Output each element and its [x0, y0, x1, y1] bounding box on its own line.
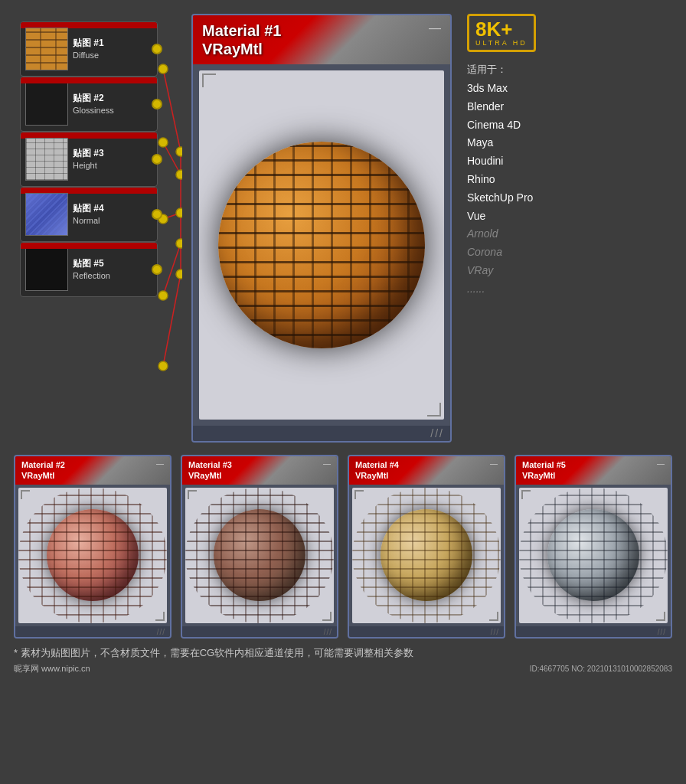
node-header-strip-5 — [21, 243, 157, 249]
node-graph-wrapper: 贴图 #1 Diffuse 贴图 #2 Glossiness — [14, 14, 182, 443]
mat-thumb-2: Material #2 VRayMtl — /// — [14, 455, 172, 639]
mat-minimize-5[interactable]: — — [657, 459, 665, 468]
mat-thumb-5: Material #5 VRayMtl — /// — [514, 455, 672, 639]
mat-minimize-4[interactable]: — — [490, 459, 498, 468]
node-normal[interactable]: 贴图 #4 Normal — [20, 187, 158, 242]
mat-minimize-3[interactable]: — — [323, 459, 331, 468]
mat-thumb-title-2: Material #2 VRayMtl — [21, 459, 65, 482]
thumb-footer-dots-4: /// — [491, 628, 499, 636]
mat-thumb-area-5 — [519, 488, 668, 623]
mat-thumb-footer-5: /// — [516, 626, 671, 637]
sphere-3 — [214, 509, 305, 601]
node-num-1: 贴图 #1 Diffuse — [73, 38, 157, 60]
compat-label: 适用于： — [467, 63, 577, 77]
mat-thumb-footer-2: /// — [15, 626, 170, 637]
mat-thumb-header-3: Material #3 VRayMtl — — [182, 456, 337, 485]
node-diffuse[interactable]: 贴图 #1 Diffuse — [20, 21, 158, 77]
mat-minimize-btn[interactable]: — — [429, 21, 441, 35]
compat-cinema4d: Cinema 4D — [467, 116, 577, 135]
mat-thumb-area-4 — [352, 488, 501, 623]
info-panel: 8K+ ULTRA HD 适用于： 3ds Max Blender Cinema… — [461, 14, 583, 443]
compat-more: ...... — [467, 280, 577, 299]
node-graph: 贴图 #1 Diffuse 贴图 #2 Glossiness — [14, 14, 182, 297]
mat-title-main: Material #1 VRayMtl — [202, 21, 281, 58]
mat-thumb-header-5: Material #5 VRayMtl — — [516, 456, 671, 485]
node-num-5: 贴图 #5 Reflection — [73, 258, 157, 281]
node-info-diffuse: 贴图 #1 Diffuse — [73, 38, 157, 60]
node-thumbnail-height — [25, 138, 68, 181]
node-connector-1[interactable] — [152, 44, 162, 54]
compat-vue: Vue — [467, 207, 577, 226]
footer-area: * 素材为贴图图片，不含材质文件，需要在CG软件内相应通道使用，可能需要调整相关… — [14, 646, 672, 675]
node-info-normal: 贴图 #4 Normal — [73, 203, 157, 226]
node-glossiness[interactable]: 贴图 #2 Glossiness — [20, 77, 158, 132]
compat-sketchup: SketchUp Pro — [467, 189, 577, 207]
thumb-footer-dots-3: /// — [324, 628, 332, 636]
mat-thumb-title-4: Material #4 VRayMtl — [355, 459, 399, 482]
node-thumbnail-reflection — [25, 248, 68, 291]
badge-resolution: 8K+ — [475, 19, 528, 39]
mat-thumb-header-2: Material #2 VRayMtl — — [15, 456, 170, 485]
brick-overlay-v — [218, 142, 425, 348]
sphere-2 — [47, 509, 139, 601]
node-info-reflection: 贴图 #5 Reflection — [73, 258, 157, 281]
mat-thumb-4: Material #4 VRayMtl — /// — [348, 455, 505, 639]
thumb-footer-dots-2: /// — [157, 628, 165, 636]
node-info-gloss: 贴图 #2 Glossiness — [73, 93, 157, 116]
compat-3dsmax: 3ds Max — [467, 80, 577, 98]
material-preview-main: Material #1 VRayMtl — /// — [191, 14, 452, 443]
watermark-id: ID:4667705 NO: 20210131010002852083 — [530, 665, 672, 673]
compat-vray: VRay — [467, 262, 577, 280]
mat-footer-dots: /// — [430, 427, 444, 439]
mat-thumb-footer-4: /// — [349, 626, 504, 637]
top-section: 贴图 #1 Diffuse 贴图 #2 Glossiness — [14, 14, 672, 443]
badge-8k: 8K+ ULTRA HD — [467, 14, 536, 52]
node-connector-3[interactable] — [152, 154, 162, 165]
sphere-4 — [381, 509, 472, 601]
mat-thumb-footer-3: /// — [182, 626, 337, 637]
mat-thumb-3: Material #3 VRayMtl — /// — [181, 455, 338, 639]
node-thumbnail-gloss — [25, 83, 68, 126]
mat-thumb-area-2 — [18, 488, 167, 623]
svg-point-10 — [158, 361, 168, 371]
node-connector-5[interactable] — [152, 264, 162, 275]
compat-corona: Corona — [467, 243, 577, 262]
node-thumbnail-diffuse — [25, 28, 68, 70]
compat-rhino: Rhino — [467, 171, 577, 189]
mat-thumb-area-3 — [185, 488, 334, 623]
node-thumbnail-normal — [25, 193, 68, 236]
mat-preview-area-main — [199, 70, 444, 420]
mat-minimize-2[interactable]: — — [156, 459, 164, 468]
main-container: 贴图 #1 Diffuse 贴图 #2 Glossiness — [0, 0, 686, 784]
node-num-3: 贴图 #3 Height — [73, 148, 157, 171]
node-header-strip-2 — [21, 77, 157, 83]
compat-blender: Blender — [467, 98, 577, 116]
watermark-bar: 昵享网 www.nipic.cn ID:4667705 NO: 20210131… — [14, 663, 672, 675]
watermark-left: 昵享网 www.nipic.cn — [14, 663, 90, 675]
badge-sub: ULTRA HD — [475, 39, 528, 47]
node-reflection[interactable]: 贴图 #5 Reflection — [20, 242, 158, 297]
mat-thumb-title-5: Material #5 VRayMtl — [522, 459, 566, 482]
footer-note: * 素材为贴图图片，不含材质文件，需要在CG软件内相应通道使用，可能需要调整相关… — [14, 646, 672, 660]
mat-footer-main: /// — [193, 426, 450, 441]
compat-houdini: Houdini — [467, 152, 577, 171]
bottom-section: Material #2 VRayMtl — /// Material #3 VR… — [14, 455, 672, 639]
mat-thumb-header-4: Material #4 VRayMtl — — [349, 456, 504, 485]
node-height[interactable]: 贴图 #3 Height — [20, 132, 158, 187]
thumb-footer-dots-5: /// — [658, 628, 666, 636]
node-num-2: 贴图 #2 Glossiness — [73, 93, 157, 116]
node-info-height: 贴图 #3 Height — [73, 148, 157, 171]
mat-thumb-title-3: Material #3 VRayMtl — [188, 459, 232, 482]
node-connector-4[interactable] — [152, 209, 162, 220]
brick-sphere-large — [218, 142, 425, 348]
mat-header-main: Material #1 VRayMtl — — [193, 15, 450, 64]
node-num-4: 贴图 #4 Normal — [73, 203, 157, 226]
compat-arnold: Arnold — [467, 225, 577, 243]
sphere-5 — [547, 509, 639, 601]
compat-maya: Maya — [467, 134, 577, 152]
node-connector-2[interactable] — [152, 99, 162, 109]
compat-list: 3ds Max Blender Cinema 4D Maya Houdini R… — [467, 80, 577, 299]
